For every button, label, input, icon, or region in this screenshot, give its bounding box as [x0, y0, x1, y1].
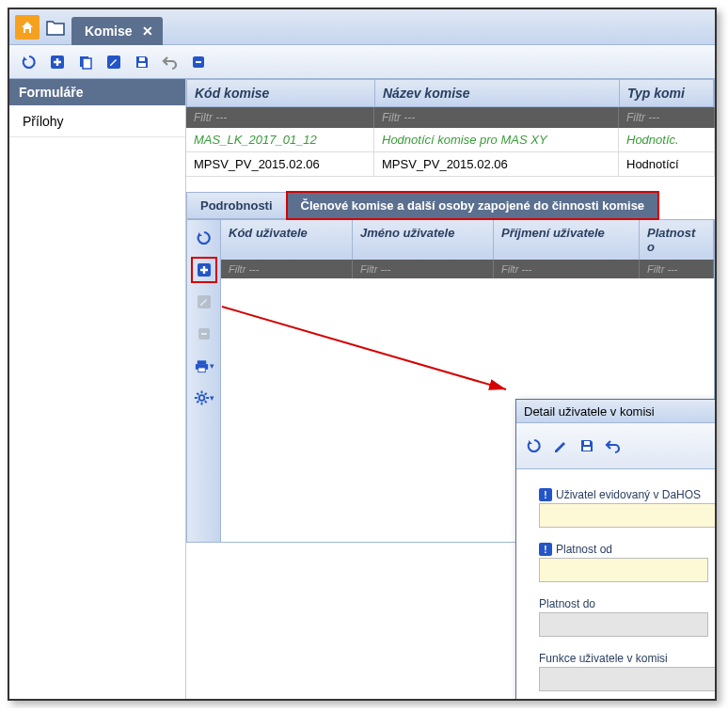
grid-filter-name[interactable]: Filtr --- [374, 107, 619, 128]
required-icon: ! [539, 543, 552, 556]
tab-komise[interactable]: Komise ✕ [71, 17, 163, 45]
svg-rect-11 [201, 333, 207, 335]
detail-header-firstname[interactable]: Jméno uživatele [353, 220, 494, 260]
svg-rect-12 [197, 360, 205, 364]
label-valid-to: Platnost do [539, 597, 595, 610]
detail-header-usercode[interactable]: Kód uživatele [221, 220, 353, 260]
label-valid-from: Platnost od [556, 543, 612, 556]
grid-cell-name: MPSV_PV_2015.02.06 [374, 152, 619, 176]
grid-filter-type[interactable]: Filtr --- [619, 107, 715, 128]
edit-icon[interactable] [103, 52, 124, 72]
svg-rect-18 [584, 441, 590, 445]
detail-header-lastname[interactable]: Příjmení uživatele [494, 220, 640, 260]
detail-filter[interactable]: Filtr --- [494, 260, 640, 278]
save-icon[interactable] [578, 437, 595, 454]
required-icon: ! [539, 488, 552, 501]
grid-filter-code[interactable]: Filtr --- [186, 107, 374, 128]
refresh-icon[interactable] [194, 228, 214, 248]
detail-filter[interactable]: Filtr --- [353, 260, 494, 278]
grid-header-type[interactable]: Typ komi [620, 80, 714, 106]
copy-icon[interactable] [75, 52, 96, 72]
remove-icon [194, 324, 214, 344]
input-user[interactable] [539, 503, 715, 528]
label-function: Funkce uživatele v komisi [539, 652, 668, 665]
svg-point-15 [198, 395, 204, 401]
input-function[interactable] [539, 667, 715, 691]
svg-rect-14 [198, 368, 205, 372]
detail-filter[interactable]: Filtr --- [640, 260, 714, 278]
grid-row[interactable]: MAS_LK_2017_01_12 Hodnotící komise pro M… [186, 128, 715, 152]
folder-icon[interactable] [43, 15, 68, 40]
edit-icon[interactable] [552, 437, 569, 454]
sidebar-tab-forms[interactable]: Formuláře [9, 79, 185, 106]
grid-cell-type: Hodnotící [619, 152, 715, 176]
delete-icon[interactable] [188, 52, 209, 72]
tab-label: Komise [85, 24, 133, 39]
grid-cell-name: Hodnotící komise pro MAS XY [374, 128, 619, 151]
detail-header-validfrom[interactable]: Platnost o [640, 220, 714, 260]
input-valid-to[interactable] [539, 612, 708, 637]
grid-cell-code: MAS_LK_2017_01_12 [186, 128, 374, 151]
undo-icon[interactable] [160, 52, 181, 72]
subtab-details[interactable]: Podrobnosti [186, 192, 287, 219]
refresh-icon[interactable] [19, 52, 40, 72]
gear-icon[interactable]: ▾ [194, 388, 214, 408]
svg-rect-4 [138, 63, 146, 67]
add-icon[interactable] [194, 260, 214, 280]
grid-cell-code: MPSV_PV_2015.02.06 [186, 152, 374, 176]
save-icon[interactable] [132, 52, 152, 72]
input-valid-from[interactable] [539, 558, 708, 582]
svg-rect-5 [139, 57, 145, 61]
label-user: Uživatel evidovaný v DaHOS [556, 488, 701, 501]
new-icon[interactable] [47, 52, 68, 72]
refresh-icon[interactable] [526, 437, 543, 454]
detail-filter[interactable]: Filtr --- [221, 260, 353, 278]
dialog-title: Detail uživatele v komisi [524, 404, 655, 419]
grid-header-name[interactable]: Název komise [375, 80, 620, 106]
dialog-user-detail: Detail uživatele v komisi — ▢ ✕ ▾ ▾ [515, 399, 715, 699]
print-icon[interactable]: ▾ [194, 356, 214, 376]
svg-rect-17 [583, 447, 591, 451]
edit-icon [194, 292, 214, 312]
subtab-members[interactable]: Členové komise a další osoby zapojené do… [287, 192, 659, 219]
svg-rect-2 [83, 58, 91, 69]
sidebar-item-attachments[interactable]: Přílohy [9, 106, 185, 137]
grid-header-code[interactable]: Kód komise [187, 80, 375, 106]
tab-close-icon[interactable]: ✕ [142, 24, 153, 39]
grid-row[interactable]: MPSV_PV_2015.02.06 MPSV_PV_2015.02.06 Ho… [186, 152, 715, 177]
undo-icon[interactable] [605, 437, 622, 454]
grid-cell-type: Hodnotíc. [619, 128, 715, 151]
svg-rect-7 [196, 61, 201, 63]
home-icon[interactable] [15, 15, 40, 40]
